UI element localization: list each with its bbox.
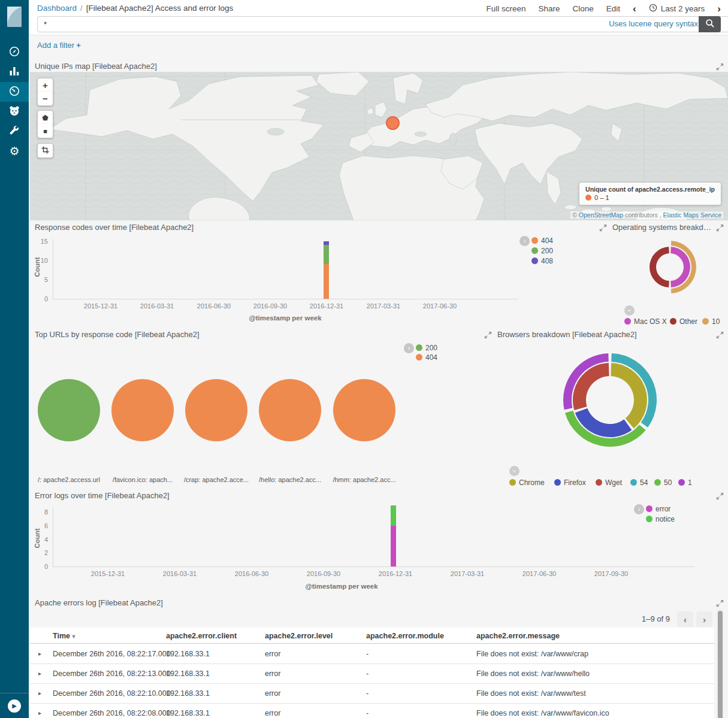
legend-toggle-icon[interactable]: › [509,466,519,476]
y-tick: 15 [34,238,48,245]
world-map[interactable]: + − ⬟ ■ Unique count of apache2.access.r… [30,72,728,220]
legend-item-10[interactable]: 10 [702,317,720,326]
pie-favicon-url[interactable] [111,379,174,441]
elastic-maps-service-link[interactable]: Elastic Maps Service [663,211,721,219]
response-y-axis [53,239,53,299]
response-x-axis-label: @timestamp per week [249,314,321,322]
clone-button[interactable]: Clone [573,4,594,13]
error-logs-expand-icon[interactable] [716,492,724,499]
legend-item-other[interactable]: Other [670,317,697,326]
legend-item-200[interactable]: 200 [531,247,553,255]
map-zoom-in-button[interactable]: + [37,78,53,93]
legend-item-firefox[interactable]: Firefox [554,478,586,487]
legend-item-54[interactable]: 54 [630,478,648,487]
pagination-next-button[interactable]: › [696,611,712,627]
legend-item-chrome[interactable]: Chrome [509,478,545,487]
map-fit-bounds-button[interactable] [37,143,53,158]
y-tick: 10 [34,257,48,264]
edit-button[interactable]: Edit [606,4,620,13]
legend-item-1[interactable]: 1 [678,478,692,487]
errors-table-expand-icon[interactable] [716,599,724,607]
expand-row-icon[interactable]: ▸ [38,710,41,716]
map-marker[interactable] [386,116,400,130]
sidebar-item-timelion[interactable] [0,102,29,122]
cell-message: File does not exist: /var/www/hello [476,669,590,678]
legend-item-408[interactable]: 408 [531,257,553,265]
map-expand-icon[interactable] [716,62,724,70]
pie-root-url[interactable] [38,379,100,441]
pagination-label: 1–9 of 9 [599,614,670,623]
x-tick: 2016-06-30 [197,302,231,310]
legend-item-404[interactable]: 404 [531,237,553,245]
share-button[interactable]: Share [539,4,560,13]
map-legend-title: Unique count of apache2.access.remote_ip [585,186,715,193]
collapse-sidebar-button[interactable]: ▶ [8,699,21,713]
sidebar: ⚙ ▶ [0,0,29,718]
legend-item-error[interactable]: error [646,505,670,513]
sidebar-item-devtools[interactable] [0,122,29,141]
sidebar-item-dashboard[interactable] [0,82,29,102]
time-forward-button[interactable]: › [717,4,721,14]
legend-toggle-icon[interactable]: › [404,343,414,353]
pie-hmm-url[interactable] [333,379,395,441]
cell-module: - [366,669,368,678]
full-screen-button[interactable]: Full screen [487,4,526,13]
browsers-expand-icon[interactable] [716,331,724,338]
time-back-button[interactable]: ‹ [633,4,636,14]
response-codes-expand-icon[interactable] [599,223,607,231]
column-header-message[interactable]: apache2.error.message [476,632,560,640]
map-draw-polygon-button[interactable]: ⬟ [37,110,53,125]
legend-toggle-icon[interactable]: › [519,236,530,246]
map-zoom-out-button[interactable]: − [37,92,53,106]
sidebar-item-discover[interactable] [0,43,29,62]
response-codes-panel-title: Response codes over time [Filebeat Apach… [35,223,194,232]
top-urls-expand-icon[interactable] [484,331,492,338]
legend-item-200[interactable]: 200 [416,344,437,352]
legend-toggle-icon[interactable]: › [634,504,644,514]
legend-item-notice[interactable]: notice [646,515,675,523]
map-draw-rectangle-button[interactable]: ■ [37,124,53,138]
gear-icon: ⚙ [9,146,19,157]
sidebar-item-management[interactable]: ⚙ [0,141,29,161]
pagination-prev-button[interactable]: ‹ [677,611,693,627]
browsers-donut-chart[interactable] [562,352,658,448]
pie-crap-url[interactable] [185,379,247,441]
column-header-time[interactable]: Time ▾ [53,632,75,640]
legend-dot [678,479,685,486]
legend-item-50[interactable]: 50 [654,478,672,487]
os-expand-icon[interactable] [716,223,724,231]
sidebar-item-visualize[interactable] [0,62,29,82]
expand-row-icon[interactable]: ▸ [38,650,41,657]
expand-row-icon[interactable]: ▸ [38,690,41,696]
errors-stacked-bar[interactable] [391,505,396,566]
lucene-syntax-link[interactable]: Uses lucene query syntax [609,19,698,28]
os-donut-chart[interactable] [642,240,697,295]
cell-message: File does not exist: /var/www/favicon.ic… [476,709,609,717]
map-panel-title: Unique IPs map [Filebeat Apache2] [35,62,157,71]
breadcrumb-dashboard-link[interactable]: Dashboard [37,4,77,13]
errors-x-axis-label: @timestamp per week [305,583,377,590]
legend-item-macosx[interactable]: Mac OS X [624,317,667,326]
x-tick: 2015-12-31 [84,302,117,310]
column-header-client[interactable]: apache2.error.client [166,632,237,640]
search-button[interactable] [699,16,721,32]
openstreetmap-link[interactable]: OpenStreetMap [579,211,623,219]
column-header-level[interactable]: apache2.error.level [265,632,333,640]
sidebar-footer: ▶ [0,693,29,718]
cell-level: error [265,709,280,717]
pie-hello-url[interactable] [259,379,321,441]
map-legend-range: 0 – 1 [594,194,609,201]
response-stacked-bar[interactable] [324,241,329,299]
column-header-module[interactable]: apache2.error.module [366,632,444,640]
time-picker[interactable]: Last 2 years [649,4,705,14]
legend-item-404[interactable]: 404 [416,353,437,362]
kibana-logo[interactable] [0,0,29,34]
legend-toggle-icon[interactable]: › [624,305,635,316]
add-filter-button[interactable]: Add a filter+ [37,41,81,50]
legend-item-wget[interactable]: Wget [596,478,622,487]
os-panel-title: Operating systems breakd… [612,223,711,232]
expand-row-icon[interactable]: ▸ [38,670,41,677]
legend-dot [531,237,538,244]
table-scrollbar-thumb[interactable] [718,611,723,718]
breadcrumb-separator: / [80,4,83,13]
